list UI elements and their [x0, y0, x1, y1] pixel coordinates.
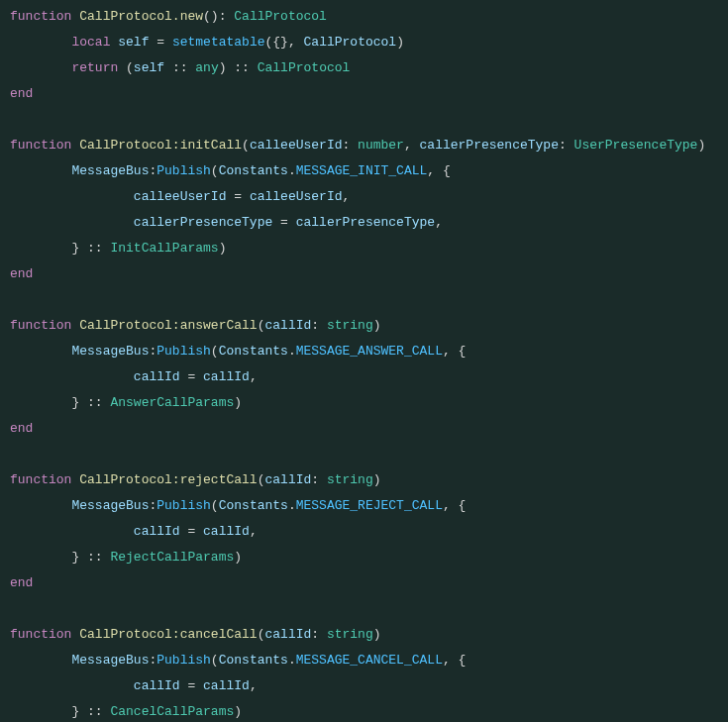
- field-value: callId: [203, 678, 250, 693]
- param-name: callId: [264, 627, 311, 642]
- code-line: end: [10, 575, 33, 590]
- identifier: MessageBus: [71, 163, 149, 178]
- method-name: CallProtocol:rejectCall: [79, 472, 257, 487]
- code-line: function CallProtocol:cancelCall(callId:…: [10, 627, 381, 642]
- message-constant: MESSAGE_CANCEL_CALL: [296, 653, 443, 668]
- cast-type: CancelCallParams: [110, 704, 234, 719]
- message-constant: MESSAGE_REJECT_CALL: [296, 498, 443, 513]
- code-line: } :: InitCallParams): [10, 241, 226, 256]
- identifier: Constants: [219, 498, 288, 513]
- keyword-function: function: [10, 472, 71, 487]
- return-type: CallProtocol: [258, 60, 351, 75]
- code-line: callId = callId,: [10, 369, 258, 384]
- code-editor[interactable]: function CallProtocol.new(): CallProtoco…: [0, 0, 728, 722]
- call-setmetatable: setmetatable: [172, 35, 265, 50]
- identifier: Constants: [219, 653, 288, 668]
- param-name: callId: [264, 318, 311, 333]
- code-line: function CallProtocol:rejectCall(callId:…: [10, 472, 381, 487]
- code-line: MessageBus:Publish(Constants.MESSAGE_CAN…: [10, 653, 466, 668]
- message-constant: MESSAGE_ANSWER_CALL: [296, 344, 443, 359]
- code-line: callId = callId,: [10, 524, 258, 539]
- code-line: MessageBus:Publish(Constants.MESSAGE_ANS…: [10, 344, 466, 359]
- keyword-return: return: [71, 60, 118, 75]
- code-line: return (self :: any) :: CallProtocol: [10, 60, 350, 75]
- param-name: calleeUserId: [250, 138, 343, 153]
- param-type: string: [327, 627, 373, 642]
- keyword-end: end: [10, 575, 33, 590]
- field-value: callerPresenceType: [296, 215, 435, 230]
- method-name: CallProtocol:initCall: [79, 138, 242, 153]
- field-value: callId: [203, 524, 250, 539]
- cast-type: InitCallParams: [110, 241, 218, 256]
- identifier: CallProtocol: [304, 35, 397, 50]
- code-line: end: [10, 421, 33, 436]
- keyword-function: function: [10, 9, 71, 24]
- code-line: function CallProtocol.new(): CallProtoco…: [10, 9, 327, 24]
- call-publish: Publish: [156, 344, 211, 359]
- field-value: callId: [203, 369, 250, 384]
- method-name: CallProtocol:answerCall: [79, 318, 257, 333]
- call-publish: Publish: [156, 498, 211, 513]
- code-line: } :: RejectCallParams): [10, 550, 242, 565]
- code-line: end: [10, 86, 33, 101]
- field-name: callId: [134, 678, 180, 693]
- call-publish: Publish: [156, 653, 211, 668]
- field-name: callerPresenceType: [134, 215, 272, 230]
- type-any: any: [195, 60, 218, 75]
- identifier: Constants: [219, 163, 288, 178]
- param-name: callerPresenceType: [420, 138, 559, 153]
- keyword-end: end: [10, 421, 33, 436]
- param-type: number: [358, 138, 404, 153]
- identifier: self: [134, 60, 164, 75]
- param-type: string: [327, 472, 373, 487]
- field-name: callId: [134, 524, 180, 539]
- keyword-local: local: [71, 35, 110, 50]
- cast-type: RejectCallParams: [110, 550, 234, 565]
- code-line: MessageBus:Publish(Constants.MESSAGE_REJ…: [10, 498, 466, 513]
- field-name: callId: [134, 369, 180, 384]
- method-name: CallProtocol:cancelCall: [79, 627, 257, 642]
- code-line: calleeUserId = calleeUserId,: [10, 189, 350, 204]
- keyword-end: end: [10, 86, 33, 101]
- code-line: } :: AnswerCallParams): [10, 395, 242, 410]
- param-name: callId: [264, 472, 311, 487]
- return-type: CallProtocol: [234, 9, 327, 24]
- method-name: CallProtocol.new: [79, 9, 203, 24]
- identifier: MessageBus: [71, 344, 149, 359]
- keyword-function: function: [10, 318, 71, 333]
- code-line: } :: CancelCallParams): [10, 704, 242, 719]
- identifier: MessageBus: [71, 498, 149, 513]
- keyword-function: function: [10, 138, 71, 153]
- code-line: end: [10, 266, 33, 281]
- param-type: UserPresenceType: [574, 138, 698, 153]
- code-line: MessageBus:Publish(Constants.MESSAGE_INI…: [10, 163, 451, 178]
- keyword-function: function: [10, 627, 71, 642]
- identifier: self: [118, 35, 149, 50]
- field-name: calleeUserId: [134, 189, 227, 204]
- call-publish: Publish: [156, 163, 211, 178]
- identifier: MessageBus: [71, 653, 149, 668]
- identifier: Constants: [219, 344, 288, 359]
- code-line: function CallProtocol:initCall(calleeUse…: [10, 138, 705, 153]
- code-line: local self = setmetatable({}, CallProtoc…: [10, 35, 404, 50]
- code-line: callId = callId,: [10, 678, 258, 693]
- message-constant: MESSAGE_INIT_CALL: [296, 163, 428, 178]
- cast-type: AnswerCallParams: [110, 395, 234, 410]
- keyword-end: end: [10, 266, 33, 281]
- code-line: callerPresenceType = callerPresenceType,: [10, 215, 443, 230]
- param-type: string: [327, 318, 373, 333]
- field-value: calleeUserId: [250, 189, 343, 204]
- code-line: function CallProtocol:answerCall(callId:…: [10, 318, 381, 333]
